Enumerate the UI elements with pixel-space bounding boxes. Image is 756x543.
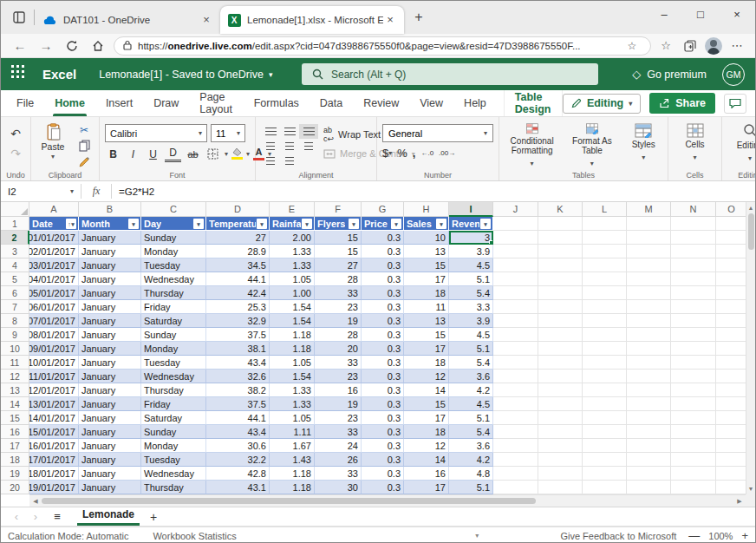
cell-E14[interactable]: 1.33 bbox=[270, 397, 315, 411]
cell-J14[interactable] bbox=[493, 397, 538, 411]
cell-G17[interactable]: 0.3 bbox=[362, 439, 404, 453]
row-header-12[interactable]: 12 bbox=[1, 370, 29, 383]
cell-M20[interactable] bbox=[627, 481, 671, 494]
cell-K7[interactable] bbox=[538, 300, 583, 314]
cell-L12[interactable] bbox=[583, 370, 627, 383]
cell-C16[interactable]: Sunday bbox=[141, 425, 206, 439]
cell-C11[interactable]: Tuesday bbox=[141, 356, 206, 370]
cell-I19[interactable]: 4.8 bbox=[449, 467, 493, 481]
editing-button[interactable]: Editing▾ bbox=[727, 121, 756, 168]
cell-C6[interactable]: Thursday bbox=[141, 286, 206, 300]
cell-O17[interactable] bbox=[716, 439, 747, 453]
cell-J5[interactable] bbox=[493, 272, 538, 286]
zoom-in-button[interactable]: + bbox=[741, 529, 748, 542]
cell-K20[interactable] bbox=[538, 481, 583, 494]
cell-E2[interactable]: 2.00 bbox=[270, 231, 315, 245]
cell-I10[interactable]: 5.1 bbox=[449, 342, 493, 356]
cell-J20[interactable] bbox=[493, 481, 538, 494]
cell-H20[interactable]: 17 bbox=[404, 481, 449, 494]
cell-I2[interactable]: 3 bbox=[449, 231, 493, 245]
cell-G10[interactable]: 0.3 bbox=[362, 342, 404, 356]
cell-N2[interactable] bbox=[671, 231, 716, 245]
cell-F4[interactable]: 27 bbox=[315, 258, 362, 272]
cell-C19[interactable]: Wednesday bbox=[141, 467, 206, 481]
row-header-11[interactable]: 11 bbox=[1, 356, 29, 370]
cell-J2[interactable] bbox=[493, 231, 538, 245]
cell-E15[interactable]: 1.05 bbox=[270, 411, 315, 425]
browser-tab-0[interactable]: DAT101 - OneDrive× bbox=[36, 6, 220, 34]
cell-G19[interactable]: 0.3 bbox=[362, 467, 404, 481]
cell-K9[interactable] bbox=[538, 328, 583, 342]
cell-H9[interactable]: 15 bbox=[404, 328, 449, 342]
cell-I15[interactable]: 5.1 bbox=[449, 411, 493, 425]
cell-F19[interactable]: 33 bbox=[315, 467, 362, 481]
cell-I7[interactable]: 3.3 bbox=[449, 300, 493, 314]
cell-E5[interactable]: 1.05 bbox=[270, 272, 315, 286]
cell-L4[interactable] bbox=[583, 258, 627, 272]
app-launcher-icon[interactable] bbox=[11, 65, 30, 84]
cell-B9[interactable]: January bbox=[79, 328, 141, 342]
row-header-18[interactable]: 18 bbox=[1, 453, 29, 467]
row-header-17[interactable]: 17 bbox=[1, 439, 29, 453]
cell-O2[interactable] bbox=[716, 231, 747, 245]
cell-B13[interactable]: January bbox=[79, 383, 141, 397]
column-header-K[interactable]: K bbox=[538, 202, 583, 217]
ribbon-tab-file[interactable]: File bbox=[6, 90, 44, 116]
cell-B7[interactable]: January bbox=[79, 300, 141, 314]
cell-N5[interactable] bbox=[671, 272, 716, 286]
cell-N1[interactable] bbox=[671, 217, 716, 231]
column-header-I[interactable]: I bbox=[449, 202, 493, 217]
align-top-button[interactable] bbox=[261, 124, 280, 139]
cell-L7[interactable] bbox=[583, 300, 627, 314]
column-header-C[interactable]: C bbox=[141, 202, 206, 217]
zoom-level[interactable]: 100% bbox=[708, 531, 733, 541]
favorites-icon[interactable]: ☆ bbox=[656, 36, 675, 56]
column-header-A[interactable]: A bbox=[29, 202, 79, 217]
cell-O4[interactable] bbox=[716, 258, 747, 272]
column-header-N[interactable]: N bbox=[671, 202, 716, 217]
redo-button[interactable]: ↷ bbox=[6, 145, 25, 162]
ribbon-tab-page-layout[interactable]: Page Layout bbox=[189, 90, 243, 116]
app-name[interactable]: Excel bbox=[42, 67, 76, 82]
cell-A5[interactable]: 04/01/2017 bbox=[29, 272, 79, 286]
cell-K12[interactable] bbox=[538, 370, 583, 383]
cell-O6[interactable] bbox=[716, 286, 747, 300]
cell-A9[interactable]: 08/01/2017 bbox=[29, 328, 79, 342]
cell-M12[interactable] bbox=[627, 370, 671, 383]
cell-J11[interactable] bbox=[493, 356, 538, 370]
row-header-5[interactable]: 5 bbox=[1, 272, 29, 286]
sheet-tab-lemonade[interactable]: Lemonade bbox=[77, 507, 140, 526]
cell-G7[interactable]: 0.3 bbox=[362, 300, 404, 314]
row-header-14[interactable]: 14 bbox=[1, 397, 29, 411]
cell-E8[interactable]: 1.54 bbox=[270, 314, 315, 328]
window-maximize-button[interactable]: □ bbox=[682, 1, 719, 27]
prev-sheet-button[interactable]: ‹ bbox=[8, 510, 25, 523]
cell-A3[interactable]: 02/01/2017 bbox=[29, 245, 79, 258]
column-header-G[interactable]: G bbox=[362, 202, 404, 217]
cell-G13[interactable]: 0.3 bbox=[362, 383, 404, 397]
tab-actions-icon[interactable] bbox=[6, 4, 32, 30]
cell-G8[interactable]: 0.3 bbox=[362, 314, 404, 328]
cell-G3[interactable]: 0.3 bbox=[362, 245, 404, 258]
cell-F17[interactable]: 24 bbox=[315, 439, 362, 453]
cell-E3[interactable]: 1.33 bbox=[270, 245, 315, 258]
cell-K18[interactable] bbox=[538, 453, 583, 467]
cell-B20[interactable]: January bbox=[79, 481, 141, 494]
cell-J16[interactable] bbox=[493, 425, 538, 439]
cell-J12[interactable] bbox=[493, 370, 538, 383]
row-header-8[interactable]: 8 bbox=[1, 314, 29, 328]
cut-button[interactable]: ✂ bbox=[75, 123, 94, 137]
paste-button[interactable]: Paste ▾ bbox=[36, 121, 69, 168]
cell-K15[interactable] bbox=[538, 411, 583, 425]
cell-M17[interactable] bbox=[627, 439, 671, 453]
cell-M6[interactable] bbox=[627, 286, 671, 300]
editing-mode-button[interactable]: Editing▾ bbox=[563, 94, 641, 114]
cell-M4[interactable] bbox=[627, 258, 671, 272]
document-title[interactable]: Lemonade[1] - Saved to OneDrive▾ bbox=[99, 69, 272, 81]
cell-A15[interactable]: 14/01/2017 bbox=[29, 411, 79, 425]
cell-C9[interactable]: Sunday bbox=[141, 328, 206, 342]
cell-I20[interactable]: 5.1 bbox=[449, 481, 493, 494]
cell-B6[interactable]: January bbox=[79, 286, 141, 300]
cell-B19[interactable]: January bbox=[79, 467, 141, 481]
cell-H2[interactable]: 10 bbox=[404, 231, 449, 245]
